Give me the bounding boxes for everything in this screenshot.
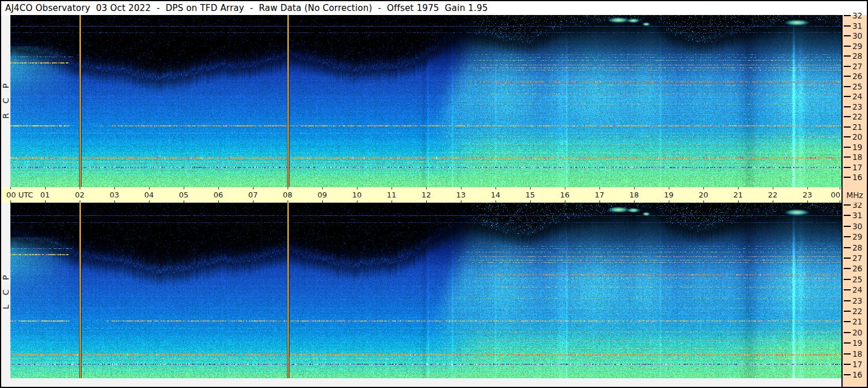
time-tick (807, 187, 808, 189)
time-tick (461, 187, 461, 189)
freq-label: 21 (852, 122, 862, 132)
freq-label: 19 (852, 143, 862, 152)
time-tick (840, 200, 840, 203)
freq-label: 29 (852, 42, 862, 51)
window-frame: AJ4CO Observatory 03 Oct 2022 - DPS on T… (0, 0, 868, 388)
freq-tick (844, 300, 851, 301)
freq-tick (844, 147, 851, 148)
freq-label: 31 (852, 21, 862, 31)
freq-tick (844, 15, 851, 16)
freq-tick (844, 215, 851, 216)
time-tick (218, 187, 219, 189)
freq-tick (844, 268, 851, 269)
freq-label: 20 (852, 132, 862, 141)
freq-label: 25 (852, 275, 862, 284)
time-tick (149, 200, 150, 203)
freq-tick (844, 167, 851, 168)
time-tick (288, 187, 288, 189)
time-tick (669, 200, 669, 203)
time-tick (565, 200, 565, 203)
freq-label: 19 (852, 338, 862, 348)
lcp-spectrogram-canvas (10, 203, 841, 378)
freq-tick (844, 46, 851, 47)
freq-tick (844, 226, 851, 227)
time-label: 23 (803, 190, 813, 199)
time-tick (599, 187, 600, 189)
time-tick (392, 187, 392, 189)
freq-tick (844, 35, 851, 36)
time-tick (357, 187, 357, 189)
time-label: 14 (491, 190, 501, 199)
freq-label: 27 (852, 62, 862, 71)
bottom-gap (1, 378, 841, 387)
time-tick (461, 200, 461, 203)
time-tick (840, 187, 840, 189)
time-tick (218, 200, 219, 203)
time-tick (599, 200, 600, 203)
time-tick (426, 187, 427, 189)
freq-tick (844, 177, 851, 178)
time-label: 19 (664, 190, 674, 199)
freq-tick (844, 342, 851, 344)
rcp-spectrogram-canvas (10, 15, 841, 187)
freq-tick (844, 279, 851, 280)
time-tick (496, 187, 496, 189)
time-tick (253, 200, 254, 203)
time-tick (184, 187, 184, 189)
time-tick (80, 200, 80, 203)
freq-label: 17 (852, 163, 862, 172)
time-tick (45, 187, 46, 189)
time-tick (114, 200, 115, 203)
time-label-start: 00 UTC (6, 190, 33, 199)
time-label: 15 (526, 190, 535, 199)
freq-label: 23 (852, 102, 862, 111)
time-tick (807, 200, 808, 203)
time-tick (10, 187, 11, 189)
freq-label: 28 (852, 51, 862, 61)
time-label: 01 (40, 190, 50, 199)
time-tick (496, 200, 496, 203)
freq-tick (844, 76, 851, 77)
freq-label: 28 (852, 243, 862, 252)
time-tick (322, 187, 323, 189)
freq-tick (844, 332, 851, 333)
time-label: 08 (283, 190, 293, 199)
time-tick (288, 200, 288, 203)
freq-tick (844, 55, 851, 57)
freq-label: 27 (852, 253, 862, 263)
time-label: 13 (456, 190, 466, 199)
time-tick (738, 187, 739, 189)
freq-label: 17 (852, 360, 862, 369)
time-tick (10, 200, 11, 203)
freq-tick (844, 321, 851, 322)
freq-label: 21 (852, 317, 862, 326)
time-label: 20 (699, 190, 709, 199)
time-tick (357, 200, 357, 203)
time-label: 17 (595, 190, 605, 199)
time-label: 10 (352, 190, 362, 199)
freq-tick (844, 156, 851, 158)
title-bar: AJ4CO Observatory 03 Oct 2022 - DPS on T… (1, 1, 867, 15)
freq-tick (844, 364, 851, 365)
freq-tick (844, 236, 851, 237)
time-tick (530, 187, 531, 189)
freq-label: 22 (852, 307, 862, 316)
time-tick (530, 200, 531, 203)
time-tick (426, 200, 427, 203)
freq-label: 16 (852, 173, 862, 182)
freq-tick (844, 204, 851, 206)
freq-tick (844, 247, 851, 248)
freq-tick (844, 311, 851, 312)
time-tick (634, 187, 635, 189)
time-label: 03 (110, 190, 120, 199)
freq-label: 30 (852, 222, 862, 231)
freq-tick (844, 353, 851, 355)
freq-label: 32 (852, 11, 862, 20)
time-tick (738, 200, 739, 203)
freq-label: 18 (852, 349, 862, 359)
time-tick (45, 200, 46, 203)
freq-tick (844, 116, 851, 117)
freq-tick (844, 126, 851, 128)
time-tick (669, 187, 669, 189)
time-label: 05 (179, 190, 189, 199)
